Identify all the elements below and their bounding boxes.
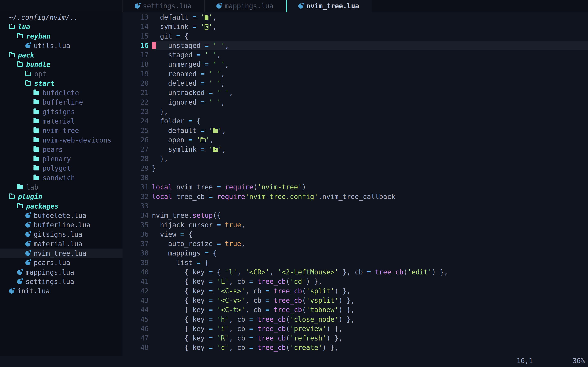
code-text: local nvim_tree = require('nvim-tree'): [152, 183, 588, 192]
code-text: unstaged = ' ',: [152, 41, 588, 50]
tree-item-pears.lua[interactable]: pears.lua: [0, 258, 122, 267]
tree-item-mappings.lua[interactable]: mappings.lua: [0, 267, 122, 277]
tree-item-plugin[interactable]: plugin: [0, 192, 122, 201]
code-line-43[interactable]: 43 { key = '<C-v>', cb = tree_cb('vsplit…: [122, 296, 588, 305]
tree-item-bundle[interactable]: bundle: [0, 60, 122, 69]
tree-item-bufferline[interactable]: bufferline: [0, 98, 122, 107]
code-line-14[interactable]: 14 symlink = '',: [122, 22, 588, 31]
folder-icon: [34, 91, 39, 95]
code-line-38[interactable]: 38 mappings = {: [122, 249, 588, 258]
code-token: =: [209, 343, 213, 351]
code-token: =: [209, 193, 213, 201]
tree-item-nvim_tree.lua[interactable]: nvim_tree.lua: [0, 249, 122, 258]
tree-item-pack[interactable]: pack: [0, 50, 122, 60]
tree-item-utils.lua[interactable]: utils.lua: [0, 41, 122, 50]
code-token: default: [152, 13, 192, 21]
tree-item-material.lua[interactable]: material.lua: [0, 239, 122, 249]
line-number: 17: [122, 50, 152, 60]
tab-mappings.lua[interactable]: mappings.lua: [204, 0, 286, 12]
code-line-31[interactable]: 31local nvim_tree = require('nvim-tree'): [122, 183, 588, 192]
code-line-27[interactable]: 27 symlink = '',: [122, 145, 588, 154]
code-line-37[interactable]: 37 auto_resize = true,: [122, 239, 588, 249]
line-number: 30: [122, 173, 152, 183]
tree-item-nvim-web-devicons[interactable]: nvim-web-devicons: [0, 135, 122, 145]
code-line-23[interactable]: 23 },: [122, 107, 588, 117]
tree-item-material[interactable]: material: [0, 117, 122, 126]
lua-file-icon: [25, 260, 30, 265]
code-line-20[interactable]: 20 deleted = ' ',: [122, 79, 588, 88]
tree-item-gitsigns[interactable]: gitsigns: [0, 107, 122, 117]
code-token: [205, 145, 209, 153]
code-line-32[interactable]: 32local tree_cb = require'nvim-tree.conf…: [122, 192, 588, 201]
tree-item-pears[interactable]: pears: [0, 145, 122, 154]
code-line-44[interactable]: 44 { key = '<C-t>', cb = tree_cb('tabnew…: [122, 305, 588, 315]
code-token: =: [209, 296, 213, 304]
tree-item-bufferline.lua[interactable]: bufferline.lua: [0, 220, 122, 230]
tree-item-reyhan[interactable]: reyhan: [0, 32, 122, 41]
tree-item-settings.lua[interactable]: settings.lua: [0, 277, 122, 286]
tree-item-bufdelete[interactable]: bufdelete: [0, 88, 122, 98]
code-token: =: [249, 343, 253, 351]
code-token: =: [249, 315, 253, 323]
code-line-17[interactable]: 17 staged = ' ',: [122, 50, 588, 60]
code-token: {: [192, 117, 201, 125]
code-line-30[interactable]: 30: [122, 173, 588, 183]
code-line-35[interactable]: 35 hijack_cursor = true,: [122, 220, 588, 230]
code-token: 'R': [217, 334, 229, 342]
code-line-40[interactable]: 40 { key = { 'l', '<CR>', '<2-LeftMouse>…: [122, 267, 588, 277]
line-number: 22: [122, 98, 152, 107]
tree-item-init.lua[interactable]: init.lua: [0, 286, 122, 296]
code-token: nvim_tree: [172, 183, 217, 191]
code-line-26[interactable]: 26 open = '',: [122, 135, 588, 145]
code-token: ': [200, 23, 205, 31]
code-line-15[interactable]: 15 git = {: [122, 32, 588, 41]
code-line-16[interactable]: 16 unstaged = ' ',: [122, 41, 588, 50]
tree-item-lua[interactable]: lua: [0, 22, 122, 31]
code-line-22[interactable]: 22 ignored = ' ',: [122, 98, 588, 107]
tree-item-~/.config/nvim/..[interactable]: ~/.config/nvim/..: [0, 13, 122, 22]
code-line-28[interactable]: 28 },: [122, 154, 588, 164]
nvim-tree-panel[interactable]: ~/.config/nvim/..luareyhanutils.luapackb…: [0, 12, 122, 356]
tree-item-bufdelete.lua[interactable]: bufdelete.lua: [0, 211, 122, 220]
tab-nvim_tree.lua[interactable]: nvim_tree.lua: [286, 0, 372, 12]
tree-item-lab[interactable]: lab: [0, 183, 122, 192]
tab-settings.lua[interactable]: settings.lua: [122, 0, 204, 12]
code-line-48[interactable]: 48 { key = 'c', cb = tree_cb('create') }…: [122, 343, 588, 352]
code-line-47[interactable]: 47 { key = 'R', cb = tree_cb('refresh') …: [122, 334, 588, 343]
code-token: auto_resize: [152, 240, 217, 248]
tree-item-polygot[interactable]: polygot: [0, 164, 122, 173]
code-line-33[interactable]: 33: [122, 201, 588, 211]
code-line-46[interactable]: 46 { key = 'i', cb = tree_cb('preview') …: [122, 324, 588, 334]
tree-item-packages[interactable]: packages: [0, 201, 122, 211]
code-token: ,: [222, 145, 226, 153]
tree-item-plenary[interactable]: plenary: [0, 154, 122, 164]
tree-item-sandwich[interactable]: sandwich: [0, 173, 122, 183]
code-line-41[interactable]: 41 { key = 'L', cb = tree_cb('cd') },: [122, 277, 588, 286]
code-line-25[interactable]: 25 default = '',: [122, 126, 588, 135]
code-line-39[interactable]: 39 list = {: [122, 258, 588, 267]
tree-item-gitsigns.lua[interactable]: gitsigns.lua: [0, 230, 122, 239]
tree-item-label: pack: [18, 51, 34, 59]
code-line-34[interactable]: 34nvim_tree.setup({: [122, 211, 588, 220]
code-line-18[interactable]: 18 unmerged = ' ',: [122, 60, 588, 69]
tree-item-opt[interactable]: opt: [0, 69, 122, 79]
line-number: 37: [122, 239, 152, 249]
code-token: 'preview': [290, 325, 327, 333]
editor-buffer[interactable]: 13 default = '',14 symlink = '',15 git =…: [122, 12, 588, 356]
code-line-36[interactable]: 36 view = {: [122, 230, 588, 239]
code-line-13[interactable]: 13 default = '',: [122, 13, 588, 22]
code-token: [221, 183, 225, 191]
code-token: =: [205, 42, 209, 50]
code-token: default: [152, 127, 200, 134]
tree-item-start[interactable]: start: [0, 79, 122, 88]
code-line-42[interactable]: 42 { key = '<C-s>', cb = tree_cb('split'…: [122, 286, 588, 296]
code-line-21[interactable]: 21 untracked = ' ',: [122, 88, 588, 98]
code-line-45[interactable]: 45 { key = 'h', cb = tree_cb('close_node…: [122, 315, 588, 324]
tree-item-label: bufdelete.lua: [34, 212, 86, 220]
code-line-24[interactable]: 24 folder = {: [122, 117, 588, 126]
code-token: [192, 136, 197, 144]
code-line-19[interactable]: 19 renamed = ' ',: [122, 69, 588, 79]
code-token: symlink: [152, 23, 192, 31]
tree-item-nvim-tree[interactable]: nvim-tree: [0, 126, 122, 135]
code-line-29[interactable]: 29}: [122, 164, 588, 173]
